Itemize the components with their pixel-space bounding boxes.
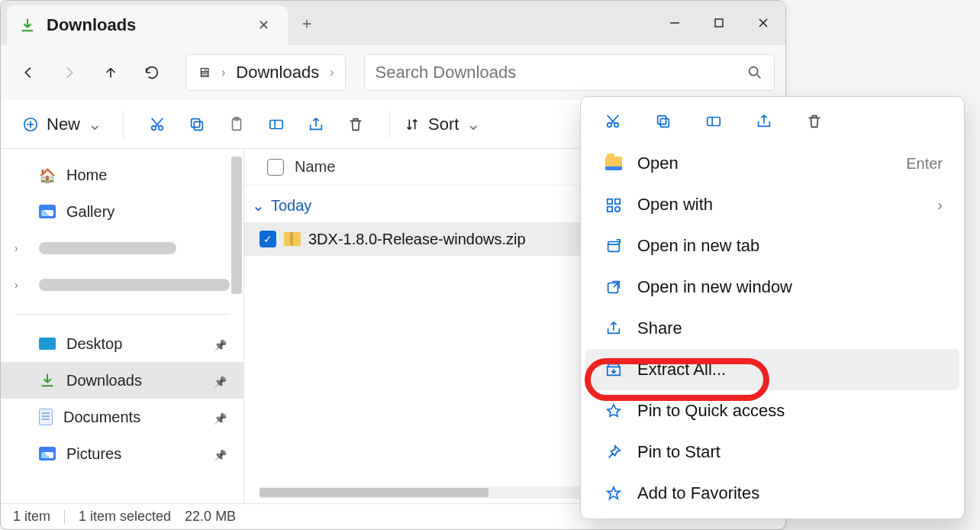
select-all-checkbox[interactable] (267, 159, 284, 176)
minimize-button[interactable] (653, 1, 697, 45)
pin-icon (214, 372, 227, 389)
svg-point-4 (750, 67, 758, 76)
rename-button[interactable] (256, 108, 296, 141)
svg-point-6 (152, 125, 156, 130)
ctx-open-with[interactable]: Open with › (585, 184, 959, 225)
ctx-pin-quick-access[interactable]: Pin to Quick access (585, 390, 959, 431)
back-button[interactable] (11, 56, 45, 89)
delete-button[interactable] (336, 108, 376, 141)
ctx-label: Pin to Quick access (637, 401, 785, 421)
sidebar-item-gallery[interactable]: Gallery (1, 193, 243, 230)
sort-button[interactable]: Sort ⌄ (404, 115, 480, 134)
sidebar-item-documents[interactable]: Documents (1, 399, 243, 435)
ctx-share[interactable]: Share (585, 308, 959, 349)
sidebar-item-label: Gallery (66, 203, 114, 221)
maximize-button[interactable] (697, 1, 741, 45)
separator (15, 314, 230, 315)
zip-file-icon (284, 232, 301, 246)
sidebar-item-pictures[interactable]: Pictures (1, 435, 243, 472)
chevron-down-icon: ⌄ (252, 196, 265, 215)
file-name: 3DX-1.8.0-Release-windows.zip (308, 231, 526, 248)
copy-button[interactable] (177, 108, 217, 141)
ctx-pin-start[interactable]: Pin to Start (585, 431, 959, 473)
pin-icon (214, 409, 227, 426)
svg-rect-22 (608, 242, 620, 252)
separator (64, 510, 65, 524)
chevron-right-icon: › (937, 196, 943, 214)
sidebar-item-label: Downloads (66, 372, 142, 389)
close-window-button[interactable] (741, 1, 785, 45)
tab-close-button[interactable]: ✕ (252, 14, 276, 37)
svg-rect-15 (660, 118, 669, 127)
cut-button[interactable] (137, 108, 177, 141)
sidebar-item-label: Desktop (66, 335, 122, 353)
svg-point-14 (614, 123, 619, 128)
ctx-open[interactable]: Open Enter (585, 143, 959, 184)
sidebar-item-downloads[interactable]: Downloads (1, 362, 243, 399)
ctx-open-new-window[interactable]: Open in new window (585, 267, 959, 308)
navigation-bar: › Downloads › (1, 45, 785, 100)
up-button[interactable] (94, 56, 127, 89)
search-icon (746, 64, 763, 81)
redacted-label (39, 279, 230, 291)
plus-circle-icon (22, 116, 39, 133)
search-box[interactable] (364, 54, 775, 91)
redacted-label (39, 242, 176, 254)
ctx-open-new-tab[interactable]: Open in new tab (585, 225, 959, 267)
breadcrumb-downloads[interactable]: Downloads (236, 63, 319, 82)
group-label: Today (271, 197, 311, 215)
file-checkbox[interactable]: ✓ (260, 231, 276, 247)
share-button[interactable] (296, 108, 336, 141)
copy-button[interactable] (650, 109, 677, 134)
separator (123, 111, 124, 138)
download-icon (19, 17, 36, 34)
address-bar[interactable]: › Downloads › (185, 54, 346, 91)
ctx-label: Open in new window (637, 277, 792, 297)
sidebar-item-redacted[interactable]: › (1, 267, 243, 303)
rename-button[interactable] (700, 109, 727, 134)
svg-rect-17 (708, 118, 720, 126)
sidebar-item-desktop[interactable]: Desktop (1, 325, 243, 362)
chevron-down-icon: ⌄ (466, 115, 480, 134)
sidebar-item-home[interactable]: Home (1, 157, 243, 193)
new-button[interactable]: New ⌄ (15, 110, 109, 139)
paste-button[interactable] (217, 108, 256, 141)
cut-button[interactable] (599, 109, 627, 134)
status-item-count: 1 item (13, 509, 50, 525)
forward-button[interactable] (53, 56, 86, 89)
folder-open-icon (604, 157, 624, 170)
sidebar-item-redacted[interactable]: › (1, 230, 243, 267)
ctx-label: Pin to Start (637, 442, 720, 462)
ctx-shortcut: Enter (906, 155, 943, 173)
delete-button[interactable] (801, 109, 828, 134)
status-selection: 1 item selected (79, 509, 171, 525)
ctx-add-favorites[interactable]: Add to Favorites (585, 473, 959, 514)
search-input[interactable] (376, 63, 740, 82)
ctx-label: Share (637, 318, 682, 338)
chevron-down-icon: ⌄ (88, 115, 102, 134)
svg-rect-16 (658, 116, 666, 124)
column-header-name[interactable]: Name (295, 158, 335, 176)
context-menu: Open Enter Open with › Open in new tab O… (580, 96, 965, 519)
separator (389, 111, 390, 138)
pin-icon (214, 445, 227, 463)
tab-downloads[interactable]: Downloads ✕ (7, 5, 288, 45)
svg-rect-1 (715, 19, 723, 27)
new-tab-button[interactable]: ＋ (288, 1, 326, 45)
share-icon (604, 320, 624, 337)
ctx-label: Extract All... (637, 360, 726, 380)
download-icon (39, 372, 56, 389)
svg-rect-19 (615, 199, 620, 204)
share-button[interactable] (750, 109, 778, 134)
sidebar-item-label: Pictures (66, 445, 121, 463)
tab-title: Downloads (47, 15, 241, 35)
extract-icon (604, 361, 624, 378)
refresh-button[interactable] (135, 56, 169, 89)
breadcrumb-sep-icon: › (330, 66, 334, 79)
star-icon (604, 485, 624, 502)
ctx-extract-all[interactable]: Extract All... (585, 349, 959, 390)
title-bar: Downloads ✕ ＋ (1, 1, 785, 45)
chevron-right-icon: › (15, 242, 18, 254)
document-icon (39, 409, 53, 425)
this-pc-icon (197, 65, 211, 81)
